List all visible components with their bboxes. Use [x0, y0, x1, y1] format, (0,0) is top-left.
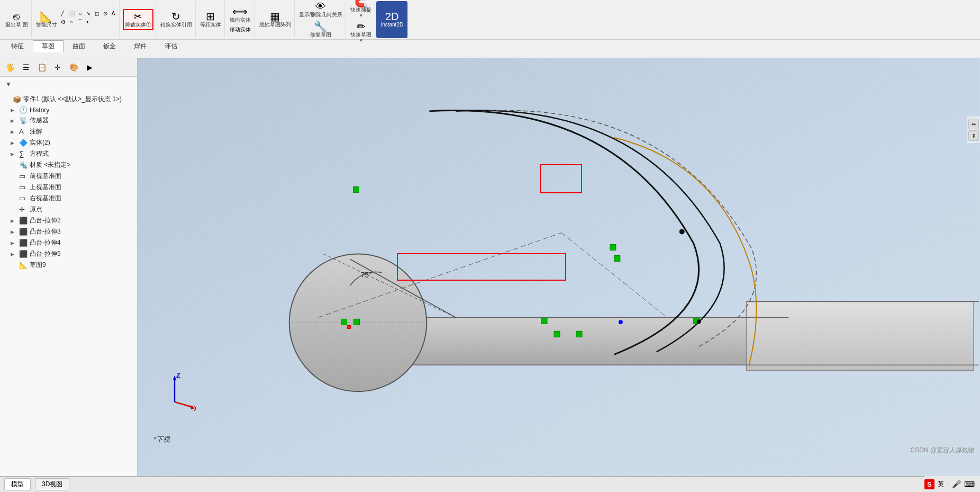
quick-snap-btn[interactable]: 🧲 快速捕捉 ▼ — [349, 0, 373, 19]
tree-icon-top: ▭ — [19, 183, 28, 191]
gear-btn[interactable]: ⚙ — [59, 17, 67, 26]
tree-equation[interactable]: ▶ ∑ 方程式 — [0, 148, 137, 159]
tree-front-plane[interactable]: ▭ 前视基准面 — [0, 171, 137, 182]
panel-icons: 🖐 ☰ 📋 ✛ 🎨 ▶ — [0, 58, 137, 77]
tree-boss2[interactable]: ▶ ⬛ 凸台-拉伸2 — [0, 215, 137, 226]
tree-icon-boss3: ⬛ — [19, 228, 28, 236]
win-controls: ⇔ ⇕ — [967, 117, 980, 143]
tree-icon-front: ▭ — [19, 172, 28, 180]
mirror-solid-label: 镜向实体 — [230, 17, 251, 23]
panel-icon-expand[interactable]: ▶ — [83, 60, 96, 74]
tree-label-history: History — [30, 106, 49, 114]
watermark: CSDN @宽容人厚敛物 — [910, 446, 975, 455]
quick-snap-label: 快速捕捉 — [350, 7, 371, 13]
smart-dim-btn[interactable]: 📐 智能尺寸 — [35, 10, 58, 29]
equal-dist-btn[interactable]: ⊞ 等距实体 — [199, 10, 222, 29]
tree-icon-history: 🕐 — [19, 106, 28, 114]
tree-arrow-boss4: ▶ — [11, 240, 17, 246]
tree-history[interactable]: ▶ 🕐 History — [0, 105, 137, 115]
tree-right-plane[interactable]: ▭ 右视基准面 — [0, 193, 137, 204]
svg-rect-15 — [610, 245, 616, 251]
shape-tools: ╱ ⬜ ○ ∿ ◻ ⊙ A ⚙ ○ ⌒ • — [59, 10, 117, 29]
equal-dist-icon: ⊞ — [206, 11, 215, 22]
tree-material[interactable]: 🔩 材质 <未指定> — [0, 159, 137, 171]
tree-arrow-equation: ▶ — [11, 151, 17, 157]
circle-btn[interactable]: ○ — [77, 10, 84, 17]
win-ctrl-collapse[interactable]: ⇕ — [968, 130, 979, 141]
taskbar-mic[interactable]: 🎤 — [952, 480, 961, 488]
status-tab-model[interactable]: 模型 — [4, 478, 31, 490]
tree-boss4[interactable]: ▶ ⬛ 凸台-拉伸4 — [0, 237, 137, 248]
tab-surface[interactable]: 曲面 — [63, 40, 94, 52]
panel-icon-hand[interactable]: 🖐 — [3, 60, 17, 74]
filter-icon[interactable]: ▼ — [3, 79, 14, 90]
svg-rect-17 — [341, 319, 347, 325]
taskbar-keyboard[interactable]: ⌨ — [964, 480, 975, 488]
svg-rect-2 — [747, 301, 974, 370]
toolbar-group-quick: 🧲 快速捕捉 ▼ ✏ 快速草图 ▼ — [347, 1, 375, 38]
move-solid-btn[interactable]: 移动实体 — [228, 25, 252, 34]
repair-sketch-icon: 🔧 — [314, 21, 327, 32]
tab-evaluate[interactable]: 评估 — [156, 40, 186, 52]
tree-annotation[interactable]: ▶ A 注解 — [0, 126, 137, 137]
toolbar-group-show: 👁 显示/删除几何关系 🔧 修复草图 — [296, 1, 347, 38]
polygon-btn[interactable]: ◻ — [93, 10, 101, 17]
shape-row2: ⚙ ○ ⌒ • — [59, 17, 117, 26]
tree-label-sensor: 传感器 — [30, 116, 49, 125]
tab-features[interactable]: 特征 — [2, 40, 33, 52]
circle2-btn[interactable]: ○ — [68, 17, 75, 26]
mirror-solid-btn[interactable]: ⟺ 镜向实体 — [229, 5, 252, 24]
svg-rect-21 — [554, 331, 560, 337]
tab-sketch[interactable]: 草图 — [33, 40, 63, 52]
convert-entity-icon: ↻ — [171, 11, 180, 22]
tree-sketch9[interactable]: 📐 草图9 — [0, 260, 137, 271]
tree-boss5[interactable]: ▶ ⬛ 凸台-拉伸5 — [0, 248, 137, 260]
status-tab-3d[interactable]: 3D视图 — [35, 478, 69, 490]
win-ctrl-expand[interactable]: ⇔ — [968, 119, 979, 129]
panel-icon-list[interactable]: ☰ — [19, 60, 33, 74]
toolbar: ⎋ 退出草 图 📐 智能尺寸 ╱ ⬜ ○ ∿ ◻ ⊙ — [0, 0, 980, 58]
tree-solid[interactable]: ▶ 🔷 实体(2) — [0, 137, 137, 148]
panel-icon-plus[interactable]: ✛ — [51, 60, 65, 74]
tree-label-solid: 实体(2) — [30, 138, 50, 147]
repair-sketch-btn[interactable]: 🔧 修复草图 — [309, 20, 332, 39]
quick-sketch-icon: ✏ — [357, 21, 366, 32]
show-hide-icon: 👁 — [315, 1, 326, 12]
point-btn[interactable]: • — [85, 17, 90, 26]
line-btn[interactable]: ╱ — [59, 10, 66, 17]
tab-sheet-metal[interactable]: 钣金 — [94, 40, 125, 52]
axes: Z X — [153, 370, 196, 413]
taskbar-lang[interactable]: 英 — [938, 480, 944, 489]
tree-icon-part1: 📦 — [13, 95, 21, 103]
show-hide-btn[interactable]: 👁 显示/删除几何关系 — [298, 0, 344, 19]
tab-weld[interactable]: 焊件 — [125, 40, 156, 52]
tree-origin[interactable]: ✛ 原点 — [0, 204, 137, 215]
instant2d-btn[interactable]: 2D Instant2D — [379, 10, 404, 29]
draw-tools-row: 📐 智能尺寸 ╱ ⬜ ○ ∿ ◻ ⊙ A ⚙ ○ — [35, 10, 117, 29]
curve-btn[interactable]: ⌒ — [76, 17, 84, 26]
tree-top-plane[interactable]: ▭ 上视基准面 — [0, 182, 137, 193]
tree-label-boss2: 凸台-拉伸2 — [30, 216, 61, 225]
panel-icon-props[interactable]: 📋 — [35, 60, 49, 74]
tree-sensor[interactable]: ▶ 📡 传感器 — [0, 115, 137, 126]
viewport: 延伸实体 — [138, 58, 980, 476]
tree-label-origin: 原点 — [30, 205, 42, 214]
toolbar-group-mirror: ⟺ 镜向实体 移动实体 — [226, 1, 255, 38]
toolbar-group-array: ▦ 线性草图阵列 — [256, 1, 295, 38]
linear-array-btn[interactable]: ▦ 线性草图阵列 — [258, 10, 292, 29]
tree-boss3[interactable]: ▶ ⬛ 凸台-拉伸3 — [0, 226, 137, 237]
tree-part1[interactable]: 📦 零件1 (默认 <<默认>_显示状态 1>) — [0, 94, 137, 105]
panel-icon-color[interactable]: 🎨 — [67, 60, 80, 74]
ellipse-btn[interactable]: ⊙ — [102, 10, 109, 17]
convert-entity-btn[interactable]: ↻ 转换实体引用 — [159, 10, 193, 29]
toolbar-top: ⎋ 退出草 图 📐 智能尺寸 ╱ ⬜ ○ ∿ ◻ ⊙ — [0, 0, 980, 40]
tree-label-material: 材质 <未指定> — [30, 160, 70, 169]
tree-label-boss3: 凸台-拉伸3 — [30, 227, 61, 236]
svg-rect-19 — [348, 325, 351, 328]
text-btn[interactable]: A — [110, 10, 117, 17]
exit-sketch-btn[interactable]: ⎋ 退出草 图 — [4, 10, 29, 29]
rect-btn[interactable]: ⬜ — [67, 10, 76, 17]
cut-solid-btn[interactable]: ✂ 剪裁实体① — [123, 9, 153, 30]
arc-btn[interactable]: ∿ — [85, 10, 92, 17]
tree-label-sketch9: 草图9 — [30, 261, 46, 270]
